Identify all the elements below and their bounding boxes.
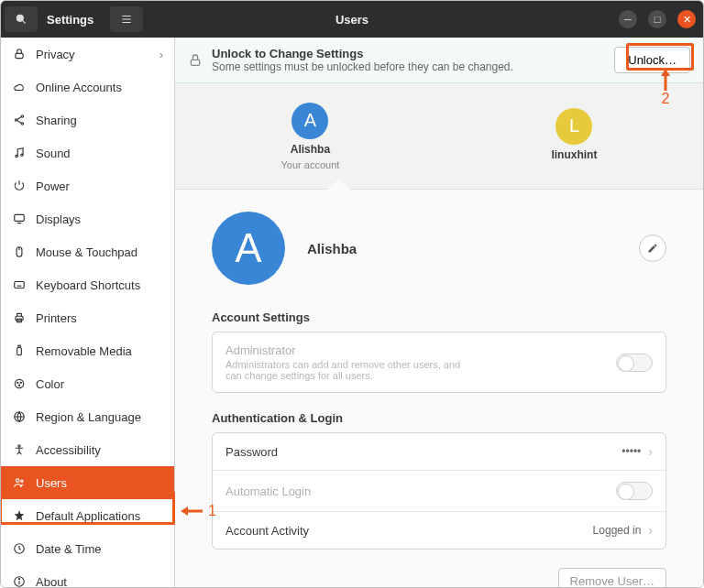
sidebar-item-region-language[interactable]: Region & Language (1, 400, 174, 433)
chevron-right-icon: › (160, 48, 163, 61)
user-name: Alishba (291, 143, 330, 156)
unlock-button[interactable]: Unlock… (614, 47, 690, 73)
sidebar-item-label: Printers (36, 311, 77, 325)
svg-point-26 (15, 379, 23, 387)
sidebar-item-label: Users (36, 476, 67, 490)
auth-title: Authentication & Login (212, 411, 666, 425)
banner-title: Unlock to Change Settings (212, 47, 513, 60)
mouse-icon (12, 245, 27, 259)
user-detail: A Alishba Account Settings Administrator… (175, 190, 703, 587)
sidebar-item-label: Online Accounts (36, 81, 122, 94)
sidebar-item-sound[interactable]: Sound (1, 136, 174, 169)
password-row[interactable]: Password •••••› (213, 433, 666, 470)
admin-label: Administrator (226, 343, 464, 357)
chevron-right-icon: › (648, 444, 653, 459)
info-icon (12, 574, 27, 587)
sidebar-item-color[interactable]: Color (1, 367, 174, 400)
maximize-button[interactable]: □ (648, 10, 666, 28)
users-icon (12, 475, 27, 490)
autologin-toggle (616, 482, 653, 500)
sidebar-item-keyboard-shortcuts[interactable]: Keyboard Shortcuts (1, 268, 174, 301)
admin-toggle (616, 354, 653, 372)
clock-icon (12, 541, 27, 556)
remove-user-button[interactable]: Remove User… (558, 568, 666, 587)
search-button[interactable] (5, 6, 38, 32)
sidebar-item-label: Date & Time (36, 542, 102, 556)
lock-icon (12, 47, 27, 61)
keyboard-icon (12, 278, 27, 292)
svg-point-11 (16, 155, 17, 157)
svg-point-31 (18, 445, 20, 447)
display-icon (12, 212, 27, 226)
share-icon (12, 113, 27, 127)
svg-point-7 (15, 119, 16, 121)
account-settings-panel: Administrator Administrators can add and… (212, 332, 666, 393)
sidebar-item-privacy[interactable]: Privacy› (1, 38, 174, 71)
minimize-button[interactable]: ─ (619, 10, 637, 28)
automatic-login-row: Automatic Login (213, 470, 666, 511)
accessibility-icon (12, 442, 27, 457)
sidebar-item-label: Power (36, 180, 70, 193)
svg-line-9 (17, 117, 22, 120)
sidebar-item-label: Accessibility (36, 443, 101, 457)
user-role: Your account (281, 159, 340, 170)
svg-point-33 (21, 480, 23, 482)
user-selector-strip: A Alishba Your account L linuxhint (175, 83, 703, 190)
sidebar-item-label: Sharing (36, 114, 77, 127)
printer-icon (12, 310, 27, 325)
avatar: A (292, 103, 328, 139)
sidebar-item-about[interactable]: About (1, 565, 174, 587)
sidebar-item-online-accounts[interactable]: Online Accounts (1, 71, 174, 103)
content: Unlock to Change Settings Some settings … (175, 38, 703, 587)
color-icon (12, 376, 27, 391)
administrator-row: Administrator Administrators can add and… (213, 332, 666, 392)
sidebar-item-label: Default Applications (36, 509, 140, 523)
account-settings-title: Account Settings (212, 310, 666, 324)
edit-name-button[interactable] (639, 234, 666, 262)
sidebar-item-label: Sound (36, 147, 71, 160)
sidebar: Privacy›Online AccountsSharingSoundPower… (1, 38, 175, 587)
svg-point-28 (20, 382, 21, 383)
svg-rect-38 (191, 60, 199, 65)
sidebar-item-power[interactable]: Power (1, 169, 174, 202)
svg-rect-24 (17, 348, 22, 355)
page-title: Users (1, 13, 703, 27)
password-value: ••••• (622, 445, 641, 458)
user-card-alishba[interactable]: A Alishba Your account (281, 103, 340, 170)
svg-point-27 (17, 382, 18, 383)
activity-value: Logged in (593, 524, 642, 537)
svg-rect-17 (15, 282, 25, 289)
sidebar-item-sharing[interactable]: Sharing (1, 103, 174, 136)
sidebar-item-users[interactable]: Users (1, 466, 174, 499)
sidebar-item-printers[interactable]: Printers (1, 301, 174, 334)
chevron-right-icon: › (648, 523, 653, 538)
admin-desc: Administrators can add and remove other … (226, 359, 464, 381)
user-name: linuxhint (551, 148, 597, 161)
sidebar-item-removable-media[interactable]: Removable Media (1, 334, 174, 367)
account-activity-row[interactable]: Account Activity Logged in› (213, 511, 666, 549)
avatar: L (556, 108, 592, 145)
svg-point-8 (21, 123, 23, 125)
profile-name: Alishba (307, 241, 617, 256)
titlebar: Settings Users ─ □ ✕ (1, 1, 703, 38)
sidebar-item-date-time[interactable]: Date & Time (1, 532, 174, 565)
lock-icon (188, 53, 203, 68)
activity-label: Account Activity (226, 524, 309, 538)
close-button[interactable]: ✕ (677, 10, 696, 28)
user-card-linuxhint[interactable]: L linuxhint (551, 108, 597, 165)
music-icon (12, 146, 27, 160)
sidebar-item-accessibility[interactable]: Accessibility (1, 433, 174, 466)
sidebar-item-default-applications[interactable]: Default Applications (1, 499, 174, 532)
app-label: Settings (47, 13, 94, 27)
svg-rect-25 (18, 345, 20, 347)
svg-point-37 (18, 579, 19, 580)
hamburger-button[interactable] (110, 6, 143, 32)
sidebar-item-label: Removable Media (36, 344, 132, 358)
sidebar-item-label: Color (36, 377, 64, 391)
sidebar-item-displays[interactable]: Displays (1, 202, 174, 235)
auth-panel: Password •••••› Automatic Login Account … (212, 432, 666, 550)
sidebar-item-mouse-touchpad[interactable]: Mouse & Touchpad (1, 235, 174, 268)
svg-line-10 (17, 121, 22, 124)
sidebar-item-label: Keyboard Shortcuts (36, 278, 140, 292)
big-avatar[interactable]: A (212, 212, 285, 285)
